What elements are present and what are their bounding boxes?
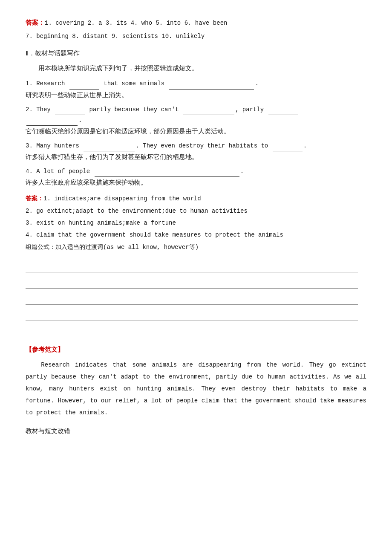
writing-line-4: [26, 307, 358, 321]
answer2-line1: 1. indicates;are disappearing from the w…: [43, 195, 201, 202]
answer2-line4: 4. claim that the government should take…: [26, 230, 366, 240]
section2-heading: Ⅱ．教材与话题写作: [26, 48, 366, 59]
answer-text-line1: 1. covering 2. a 3. its 4. who 5. into 6…: [45, 20, 227, 26]
writing-line-5: [26, 324, 358, 337]
answer-text-line2: 7. beginning 8. distant 9. scientists 10…: [26, 31, 366, 42]
reference-section: 【参考范文】 Research indicates that some anim…: [26, 344, 366, 419]
answer2-label: 答案：: [26, 195, 43, 202]
exercise-1-chinese: 研究表明一些动物正从世界上消失。: [26, 90, 366, 101]
exercise-2-english-line2: .: [26, 115, 366, 126]
final-heading: 教材与短文改错: [26, 425, 366, 437]
answer2-line2: 2. go extinct;adapt to the environment;d…: [26, 206, 366, 217]
writing-line-1: [26, 259, 358, 272]
writing-line-2: [26, 275, 358, 289]
exercise-4-chinese: 许多人主张政府应该采取措施来保护动物。: [26, 177, 366, 188]
exercise-4: 4. A lot of people . 许多人主张政府应该采取措施来保护动物。: [26, 166, 366, 188]
exercise-3: 3. Many hunters . They even destroy thei…: [26, 141, 366, 163]
blank-2b: [183, 115, 234, 115]
answer2-line1-container: 答案：1. indicates;are disappearing from th…: [26, 194, 366, 204]
section2-instruction: 用本模块所学知识完成下列句子，并按照逻辑连成短文。: [26, 63, 366, 74]
writing-line-3: [26, 291, 358, 305]
exercise-3-chinese: 许多猎人靠打猎生存，他们为了发财甚至破坏它们的栖息地。: [26, 151, 366, 163]
answers-section-2: 答案：1. indicates;are disappearing from th…: [26, 194, 366, 253]
exercise-2-english-line1: 2. They partly because they can't , part…: [26, 104, 366, 115]
exercise-1-english: 1. Research that some animals .: [26, 78, 366, 89]
exercise-2: 2. They partly because they can't , part…: [26, 104, 366, 137]
writing-area: [26, 259, 366, 337]
reference-text: Research indicates that some animals are…: [26, 361, 366, 416]
answer2-line3: 3. exist on hunting animals;make a fortu…: [26, 218, 366, 228]
formula-text: 组篇公式：加入适当的过渡词(as we all know, however等): [26, 242, 366, 253]
exercise-4-english: 4. A lot of people .: [26, 166, 366, 177]
blank-3b: [273, 151, 303, 151]
answer-label-1: 答案：: [26, 19, 45, 26]
exercise-2-chinese: 它们濒临灭绝部分原因是它们不能适应环境，部分原因是由于人类活动。: [26, 126, 366, 137]
blank-1b: [169, 89, 254, 90]
section2-heading-text: Ⅱ．教材与话题写作: [26, 50, 80, 57]
exercise-1: 1. Research that some animals . 研究表明一些动物…: [26, 78, 366, 101]
answer-section-1: 答案：1. covering 2. a 3. its 4. who 5. int…: [26, 17, 366, 29]
exercise-3-english: 3. Many hunters . They even destroy thei…: [26, 141, 366, 151]
reference-body: Research indicates that some animals are…: [26, 359, 366, 419]
reference-title: 【参考范文】: [26, 344, 366, 356]
blank-2c: [268, 115, 298, 115]
